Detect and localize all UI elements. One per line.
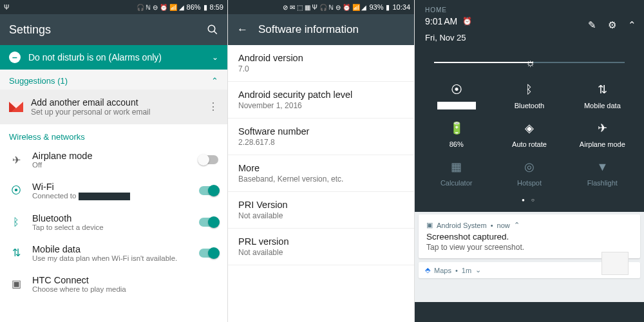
suggestion-sub: Set up your personal or work email xyxy=(31,108,200,117)
status-bar: ⊘ ✉ ⬚ ▦ Ψ 🎧 ℕ ⊖ ⏰ 📶 ◢ 93% ▮ 10:34 xyxy=(228,0,414,14)
battery-icon: ▮ xyxy=(204,3,207,12)
wifi-ssid-redacted xyxy=(79,193,130,200)
usb-icon: Ψ xyxy=(4,4,9,11)
bluetooth-sub: Tap to select a device xyxy=(32,223,190,231)
brightness-thumb-icon[interactable]: ☼ xyxy=(526,57,537,68)
row-mobiledata[interactable]: ⇅ Mobile dataUse my data plan when Wi-Fi… xyxy=(0,238,227,269)
suggestions-header-text: Suggestions (1) xyxy=(9,76,68,86)
chevron-down-icon[interactable]: ⌄ xyxy=(212,53,218,62)
gmail-icon xyxy=(9,102,23,112)
hotspot-icon: ◎ xyxy=(524,160,535,174)
row-prl-version[interactable]: PRL versionNot available xyxy=(228,229,414,265)
gear-icon[interactable]: ⚙ xyxy=(608,19,616,31)
back-icon[interactable]: ← xyxy=(237,23,248,36)
airplane-toggle[interactable] xyxy=(199,155,218,164)
row-bluetooth[interactable]: ᛒ BluetoothTap to select a device xyxy=(0,207,227,238)
notification-screenshot[interactable]: ▣Android System • now ⌃ Screenshot captu… xyxy=(419,214,640,258)
more-icon[interactable]: ⋮ xyxy=(208,105,218,109)
airplane-sub: Off xyxy=(32,161,190,169)
battery-text: 86% xyxy=(187,3,201,11)
notification-shade: ▣Android System • now ⌃ Screenshot captu… xyxy=(415,212,644,302)
htc-sub: Choose where to play media xyxy=(32,285,218,293)
tile-calculator[interactable]: ▦Calculator xyxy=(420,160,493,187)
wifi-toggle[interactable] xyxy=(199,186,218,195)
row-more[interactable]: MoreBaseband, Kernel version, etc. xyxy=(228,155,414,192)
row-software-number[interactable]: Software number2.28.617.8 xyxy=(228,118,414,155)
clock-text: 10:34 xyxy=(392,3,410,11)
quick-settings-panel: HOME 9:01 AM ⏰ Fri, Nov 25 ✎ ⚙ ⌃ ☼ ⦿ ᛒBl… xyxy=(415,0,644,322)
mobiledata-icon: ⇅ xyxy=(598,82,607,97)
notif-when: now xyxy=(497,222,510,229)
svg-line-1 xyxy=(214,31,217,34)
battery-text: 93% xyxy=(369,3,383,11)
tile-battery[interactable]: 🔋86% xyxy=(420,121,493,148)
wifi-icon: ⦿ xyxy=(9,185,23,196)
suggestion-item[interactable]: Add another email account Set up your pe… xyxy=(0,90,227,124)
status-bar: Ψ 🎧 ℕ ⊖ ⏰ 📶 ◢ 86% ▮ 8:59 xyxy=(0,0,227,14)
row-android-version[interactable]: Android version7.0 xyxy=(228,45,414,82)
notif-sub: Tap to view your screenshot. xyxy=(426,243,632,252)
page-title: Software information xyxy=(258,23,359,36)
wifi-sub: Connected to xyxy=(32,192,190,200)
dnd-text: Do not disturb is on (Alarms only) xyxy=(28,52,204,62)
status-icons: 🎧 ℕ ⊖ ⏰ 📶 ◢ xyxy=(137,4,184,11)
airplane-icon: ✈ xyxy=(598,121,607,135)
notif-app: Android System xyxy=(437,222,487,229)
bluetooth-toggle[interactable] xyxy=(199,218,218,227)
row-wifi[interactable]: ⦿ Wi-FiConnected to xyxy=(0,175,227,207)
tile-wifi[interactable]: ⦿ xyxy=(420,82,493,109)
tile-airplane[interactable]: ✈Airplane mode xyxy=(566,121,639,148)
qs-date[interactable]: Fri, Nov 25 xyxy=(415,33,644,50)
qs-ampm: AM xyxy=(444,16,457,26)
row-htc-connect[interactable]: ▣ HTC ConnectChoose where to play media xyxy=(0,269,227,299)
status-icons: ⊘ ✉ ⬚ ▦ Ψ 🎧 ℕ ⊖ ⏰ 📶 ◢ xyxy=(283,4,366,11)
tile-bluetooth[interactable]: ᛒBluetooth xyxy=(493,82,565,109)
page-indicator: ● ○ xyxy=(415,191,644,212)
wifi-ssid-redacted xyxy=(437,102,476,109)
htc-title: HTC Connect xyxy=(32,275,218,285)
qs-actions: ✎ ⚙ ⌃ xyxy=(588,19,636,31)
row-security-patch[interactable]: Android security patch levelNovember 1, … xyxy=(228,82,414,118)
clock-text: 8:59 xyxy=(210,3,223,11)
chevron-up-icon[interactable]: ⌃ xyxy=(211,76,218,86)
settings-panel: Ψ 🎧 ℕ ⊖ ⏰ 📶 ◢ 86% ▮ 8:59 Settings – Do n… xyxy=(0,0,228,322)
tile-hotspot[interactable]: ◎Hotspot xyxy=(493,160,565,187)
maps-when: 1m xyxy=(462,267,471,274)
page-title: Settings xyxy=(9,23,51,37)
airplane-title: Airplane mode xyxy=(32,151,190,161)
bluetooth-title: Bluetooth xyxy=(32,213,190,223)
alarm-icon: ⏰ xyxy=(462,17,472,26)
dnd-icon: – xyxy=(9,52,21,63)
chevron-up-icon[interactable]: ⌃ xyxy=(514,221,520,229)
airplane-icon: ✈ xyxy=(9,154,23,166)
row-airplane[interactable]: ✈ Airplane modeOff xyxy=(0,144,227,175)
dnd-banner[interactable]: – Do not disturb is on (Alarms only) ⌄ xyxy=(0,45,227,70)
mobiledata-toggle[interactable] xyxy=(199,249,218,258)
qs-home-label: HOME xyxy=(415,0,644,16)
cast-icon: ▣ xyxy=(9,278,23,290)
screenshot-thumbnail xyxy=(601,252,629,275)
bluetooth-icon: ᛒ xyxy=(526,82,533,97)
rotate-icon: ◈ xyxy=(525,121,534,135)
wifi-title: Wi-Fi xyxy=(32,182,190,192)
mobiledata-icon: ⇅ xyxy=(9,247,23,259)
tile-mobiledata[interactable]: ⇅Mobile data xyxy=(566,82,639,109)
chevron-down-icon[interactable]: ⌄ xyxy=(475,266,481,274)
suggestion-title: Add another email account xyxy=(31,97,200,108)
row-pri-version[interactable]: PRI VersionNot available xyxy=(228,192,414,229)
software-info-panel: ⊘ ✉ ⬚ ▦ Ψ 🎧 ℕ ⊖ ⏰ 📶 ◢ 93% ▮ 10:34 ← Soft… xyxy=(228,0,415,322)
section-wireless: Wireless & networks xyxy=(0,124,227,144)
mobiledata-title: Mobile data xyxy=(32,244,190,254)
chevron-up-icon[interactable]: ⌃ xyxy=(628,19,636,31)
bluetooth-icon: ᛒ xyxy=(9,216,23,228)
suggestions-header[interactable]: Suggestions (1) ⌃ xyxy=(0,70,227,90)
tile-flashlight[interactable]: ▼Flashlight xyxy=(566,160,639,187)
qs-tiles: ⦿ ᛒBluetooth ⇅Mobile data 🔋86% ◈Auto rot… xyxy=(415,79,644,191)
edit-icon[interactable]: ✎ xyxy=(588,19,596,31)
tile-autorotate[interactable]: ◈Auto rotate xyxy=(493,121,565,148)
app-bar: ← Software information xyxy=(228,14,414,45)
battery-icon: 🔋 xyxy=(450,121,464,135)
mobiledata-sub: Use my data plan when Wi-Fi isn't availa… xyxy=(32,254,190,262)
brightness-slider[interactable]: ☼ xyxy=(434,53,625,72)
search-icon[interactable] xyxy=(207,24,218,35)
